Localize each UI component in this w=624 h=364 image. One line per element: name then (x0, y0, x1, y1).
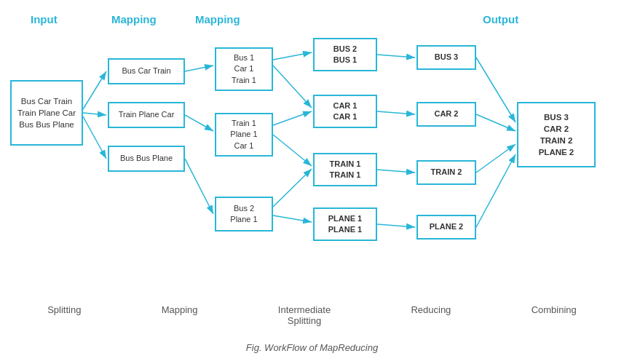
svg-line-18 (476, 114, 516, 131)
map-box-2: Train 1 Plane 1 Car 1 (215, 113, 273, 157)
label-intermediate: IntermediateSplitting (278, 304, 331, 326)
svg-line-14 (377, 111, 415, 114)
inter-box-3: TRAIN 1 TRAIN 1 (313, 153, 377, 186)
svg-line-3 (83, 116, 106, 159)
label-combining: Combining (532, 304, 577, 326)
figure-caption: Fig. WorkFlow of MapReducing (0, 342, 624, 353)
inter-box-1: BUS 2 BUS 1 (313, 38, 377, 71)
reduce-box-3: TRAIN 2 (416, 160, 476, 185)
reduce-box-1: BUS 3 (416, 45, 476, 70)
svg-line-11 (273, 169, 312, 207)
label-output: Output (483, 13, 518, 25)
split-box-2: Train Plane Car (108, 102, 185, 128)
svg-line-10 (273, 135, 312, 166)
svg-line-5 (185, 115, 213, 131)
svg-line-13 (377, 55, 415, 58)
input-box: Bus Car Train Train Plane Car Bus Bus Pl… (10, 80, 83, 146)
diagram-container: Input Mapping Mapping Output Bus Car Tra… (0, 0, 624, 320)
inter-box-2: CAR 1 CAR 1 (313, 95, 377, 128)
svg-line-4 (185, 66, 213, 71)
svg-line-16 (377, 224, 415, 227)
svg-line-15 (377, 170, 415, 173)
svg-line-19 (476, 144, 516, 173)
reduce-box-2: CAR 2 (416, 102, 476, 127)
svg-line-9 (273, 111, 312, 125)
map-box-3: Bus 2 Plane 1 (215, 197, 273, 232)
map-box-1: Bus 1 Car 1 Train 1 (215, 47, 273, 91)
reduce-box-4: PLANE 2 (416, 215, 476, 240)
label-mapping-top: Mapping (111, 13, 157, 25)
label-splitting: Splitting (47, 304, 81, 326)
svg-line-2 (83, 113, 106, 115)
label-mapping-bottom: Mapping (162, 304, 198, 326)
split-box-1: Bus Car Train (108, 58, 185, 84)
output-box: BUS 3 CAR 2 TRAIN 2 PLANE 2 (517, 102, 596, 167)
svg-line-7 (273, 52, 312, 60)
svg-line-12 (273, 215, 312, 222)
split-box-3: Bus Bus Plane (108, 146, 185, 172)
svg-line-8 (273, 66, 312, 108)
svg-line-1 (83, 71, 106, 109)
label-input: Input (31, 13, 58, 25)
bottom-labels: Splitting Mapping IntermediateSplitting … (0, 304, 624, 326)
svg-line-20 (476, 154, 516, 227)
svg-line-6 (185, 159, 213, 214)
label-reducing: Reducing (411, 304, 451, 326)
label-mapping: Mapping (195, 13, 240, 25)
inter-box-4: PLANE 1 PLANE 1 (313, 207, 377, 241)
svg-line-17 (476, 58, 516, 122)
